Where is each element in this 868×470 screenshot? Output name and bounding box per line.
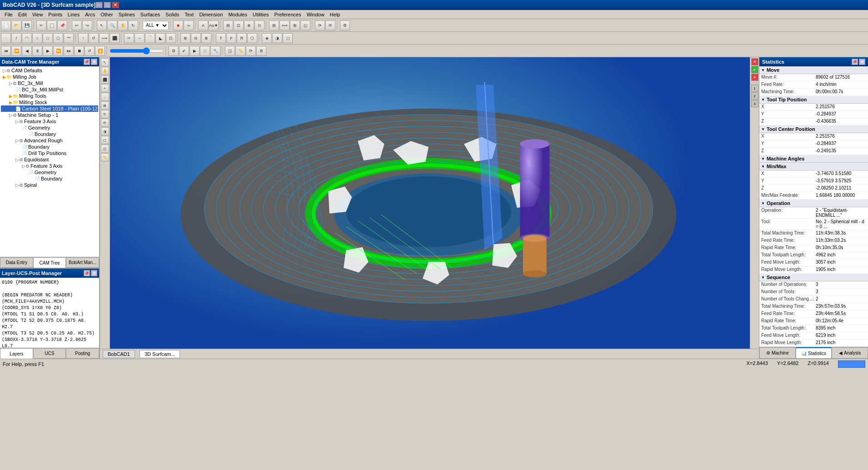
- cam-slider[interactable]: [110, 47, 164, 55]
- cam-tree-pin-button[interactable]: 📌: [84, 59, 90, 65]
- minimize-button[interactable]: ─: [95, 2, 103, 8]
- paste-button[interactable]: 📌: [57, 20, 67, 30]
- cam-verify-button[interactable]: ✔: [179, 46, 189, 56]
- menu-modules[interactable]: Modules: [225, 11, 250, 18]
- tab-posting[interactable]: Posting: [66, 348, 99, 359]
- lineweight-button[interactable]: ═: [184, 20, 194, 30]
- boolean-int-button[interactable]: ⊗: [201, 33, 211, 43]
- viewport[interactable]: ✕ ✔ ✕ 1 2 3: [110, 57, 759, 349]
- zoom-button[interactable]: 🔍: [107, 20, 117, 30]
- boolean-union-button[interactable]: ⊕: [180, 33, 190, 43]
- tree-item[interactable]: ▷⚙Equidistant: [1, 156, 98, 163]
- stats-section-header[interactable]: ▼Move: [759, 66, 868, 74]
- vt-zoom-in-button[interactable]: +: [101, 84, 109, 92]
- transform-button[interactable]: ⊞: [269, 20, 279, 30]
- cam-loop-button[interactable]: ↺: [85, 46, 95, 56]
- tree-item[interactable]: 📄Drill Tip Positions: [1, 150, 98, 156]
- stats-section-header[interactable]: ▼Sequence: [759, 274, 868, 281]
- rotate-button[interactable]: ↻: [128, 20, 138, 30]
- stats-section-header[interactable]: ▼Min/Max: [759, 163, 868, 170]
- tree-item[interactable]: ▶📁Milling Job: [1, 74, 98, 80]
- stats-pin-button[interactable]: 📌: [852, 59, 858, 65]
- redraw-button[interactable]: ⟳: [325, 20, 335, 30]
- menu-lines[interactable]: Lines: [65, 11, 82, 18]
- tree-item[interactable]: ▷⚙Advanced Rough: [1, 137, 98, 144]
- pan-button[interactable]: ✋: [118, 20, 128, 30]
- live-close-button[interactable]: ✕: [751, 58, 758, 65]
- cam-prev-button[interactable]: ◀: [22, 46, 32, 56]
- live-1-button[interactable]: 1: [751, 85, 758, 92]
- live-3-button[interactable]: 3: [751, 100, 758, 107]
- menu-solids[interactable]: Solids: [163, 11, 182, 18]
- tab-layers[interactable]: Layers: [0, 348, 33, 359]
- tree-item[interactable]: ▷⚙Machine Setup - 1: [1, 112, 98, 118]
- filter-dropdown[interactable]: ALL ▼: [143, 21, 169, 30]
- stats-section-header[interactable]: ▼Operation: [759, 200, 868, 207]
- tab-ucs[interactable]: UCS: [33, 348, 66, 359]
- options-button[interactable]: ⚙: [340, 20, 350, 30]
- font-button[interactable]: Aa▼: [209, 20, 219, 30]
- stats-section-header[interactable]: ▼Tool Center Position: [759, 125, 868, 133]
- vt-wire-button[interactable]: ◻: [101, 136, 109, 144]
- vt-measure-button[interactable]: 📏: [101, 153, 109, 161]
- menu-preferences[interactable]: Preferences: [271, 11, 304, 18]
- cam-pause-button[interactable]: ⏸: [32, 46, 42, 56]
- cam-tree-close-button[interactable]: ✕: [91, 59, 97, 65]
- ucs-pin-button[interactable]: 📌: [84, 270, 90, 276]
- select-button[interactable]: ↖: [97, 20, 107, 30]
- viewport-tab-2[interactable]: 3D Surfcam...: [140, 350, 180, 358]
- menu-edit[interactable]: Edit: [15, 11, 30, 18]
- stats-tab-analysis[interactable]: ◀ Analysis: [832, 347, 868, 359]
- ucs-close-button[interactable]: ✕: [91, 270, 97, 276]
- menu-splines[interactable]: Splines: [116, 11, 138, 18]
- view-top-button[interactable]: T: [216, 33, 226, 43]
- vt-pan-button[interactable]: ✋: [101, 67, 109, 75]
- vt-zoom-win-button[interactable]: ⬛: [101, 75, 109, 84]
- tree-item[interactable]: 📄Geometry: [1, 125, 98, 131]
- offset-button[interactable]: ⊡: [166, 33, 176, 43]
- shade-button[interactable]: ◑: [272, 33, 282, 43]
- tree-item[interactable]: 📄Boundary: [1, 144, 98, 150]
- cam-reset-button[interactable]: ⟳: [246, 46, 256, 56]
- close-button[interactable]: ✕: [112, 2, 119, 8]
- vt-select-button[interactable]: ↖: [101, 58, 109, 66]
- undo-button[interactable]: ↩: [72, 20, 82, 30]
- vt-rotate-button[interactable]: ↻: [101, 110, 109, 118]
- redo-button[interactable]: ↪: [82, 20, 92, 30]
- loft-button[interactable]: ⬛: [110, 33, 120, 43]
- line-button[interactable]: /: [11, 33, 21, 43]
- tree-item[interactable]: 📄Carbon Steel 1018 - Plain (100-125 HB): [1, 105, 98, 112]
- snap-mid-button[interactable]: ⊕: [244, 20, 254, 30]
- open-button[interactable]: 📂: [11, 20, 21, 30]
- live-x-button[interactable]: ✕: [751, 74, 758, 81]
- menu-dimension[interactable]: Dimension: [196, 11, 225, 18]
- boolean-sub-button[interactable]: ⊖: [191, 33, 201, 43]
- wire-button[interactable]: ◻: [283, 33, 293, 43]
- tree-item[interactable]: ▷⚙Spiral: [1, 182, 98, 188]
- arc-button[interactable]: ◠: [22, 33, 32, 43]
- menu-help[interactable]: Help: [327, 11, 343, 18]
- cam-settings-button[interactable]: ⚙: [169, 46, 179, 56]
- fillet-button[interactable]: ⌒: [145, 33, 155, 43]
- tree-item[interactable]: 📄BC_3x_Mill.MillPst: [1, 86, 98, 93]
- menu-arcs[interactable]: Arcs: [82, 11, 98, 18]
- tab-bobart-man[interactable]: BobArt Man...: [66, 257, 99, 268]
- tree-item[interactable]: ▷⚙BC_3x_Mill: [1, 80, 98, 86]
- tree-item[interactable]: 📄Boundary: [1, 131, 98, 137]
- scale-button[interactable]: ◱: [300, 20, 310, 30]
- vt-section-button[interactable]: ◫: [101, 145, 109, 153]
- cam-next-button[interactable]: ▶: [43, 46, 53, 56]
- viewport-tab-1[interactable]: BobCAD1: [103, 350, 135, 358]
- poly-button[interactable]: ⬡: [53, 33, 63, 43]
- tree-item[interactable]: ▷⚙CAM Defaults: [1, 67, 98, 74]
- cut-button[interactable]: ✂: [36, 20, 46, 30]
- tree-item[interactable]: ▷⚙Feature 3 Axis: [1, 118, 98, 125]
- snap-center-button[interactable]: ⊙: [254, 20, 264, 30]
- point-button[interactable]: ·: [1, 33, 11, 43]
- refresh-button[interactable]: ⟳: [315, 20, 325, 30]
- cam-fast-button[interactable]: ⏫: [95, 46, 105, 56]
- trim-button[interactable]: ✂: [124, 33, 134, 43]
- cam-tool-button[interactable]: 🔧: [210, 46, 220, 56]
- cam-measure-button[interactable]: 📏: [235, 46, 245, 56]
- cam-options-button[interactable]: ⚙: [256, 46, 266, 56]
